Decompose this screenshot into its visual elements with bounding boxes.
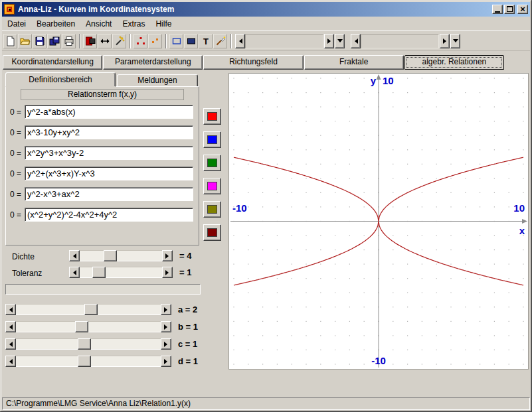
color-button-5[interactable] [203, 201, 221, 218]
dichte-slider[interactable] [69, 250, 173, 261]
toolbar-scroll-left-button[interactable] [351, 34, 361, 48]
color-button-4[interactable] [203, 178, 221, 194]
param-a-slider[interactable] [5, 304, 171, 315]
tab-definitionsbereich[interactable]: Definitionsbereich [5, 72, 116, 87]
color-button-1[interactable] [203, 108, 221, 125]
slider-track[interactable] [80, 250, 162, 261]
slider-thumb[interactable] [92, 267, 106, 278]
toolbar-dropdown-button[interactable] [335, 34, 345, 48]
toleranz-slider[interactable] [69, 267, 173, 278]
arrow-right-icon [165, 270, 171, 275]
new-file-button[interactable] [3, 34, 17, 48]
slider-left-arrow[interactable] [5, 304, 16, 315]
param-b-slider[interactable] [5, 321, 171, 332]
svg-text:T: T [203, 36, 209, 46]
param-c-slider[interactable] [5, 338, 171, 350]
tab-fraktale[interactable]: Fraktale [304, 55, 404, 70]
slider-left-arrow[interactable] [69, 250, 80, 261]
toolbar-dropdown-button[interactable] [450, 34, 460, 48]
color-button-3[interactable] [203, 155, 221, 171]
slider-thumb[interactable] [78, 338, 91, 350]
toolbar-separator [230, 34, 232, 48]
text-tool-icon: T [201, 36, 211, 46]
slider-left-arrow[interactable] [5, 321, 16, 332]
slider-thumb[interactable] [75, 321, 88, 332]
slider-track[interactable] [16, 338, 161, 350]
magic-wand-button[interactable] [112, 34, 126, 48]
slider-track[interactable] [16, 356, 161, 367]
minimize-button[interactable] [492, 5, 503, 14]
relation-prefix: 0 = [10, 128, 21, 137]
slider-left-arrow[interactable] [5, 338, 16, 350]
relation-input-3[interactable] [25, 146, 193, 160]
export-graph-button[interactable] [83, 34, 97, 48]
slider-thumb[interactable] [78, 356, 91, 367]
print-button[interactable] [62, 34, 76, 48]
arrow-right-icon [443, 38, 449, 44]
text-tool-button[interactable]: T [199, 34, 213, 48]
points-orange-button[interactable] [148, 34, 162, 48]
relation-input-4[interactable] [25, 167, 193, 180]
points-red-button[interactable] [133, 34, 147, 48]
param-d-slider[interactable] [5, 356, 171, 367]
relation-input-2[interactable] [25, 125, 193, 139]
slider-right-arrow[interactable] [162, 250, 173, 261]
points-red-icon [135, 36, 146, 46]
slider-track[interactable] [16, 321, 161, 332]
menu-datei[interactable]: Datei [2, 18, 31, 30]
plot-layer [230, 74, 527, 368]
slider-track[interactable] [80, 267, 162, 278]
minimize-icon [495, 11, 500, 13]
slider-left-arrow[interactable] [5, 356, 16, 367]
color-button-2[interactable] [203, 131, 221, 148]
relation-input-6[interactable] [25, 208, 193, 222]
zoom-rect-button[interactable] [169, 34, 183, 48]
y-axis-label: y [371, 75, 377, 86]
slider-thumb[interactable] [104, 250, 117, 261]
toolbar-scroll-left-button[interactable] [235, 34, 245, 48]
slider-right-arrow[interactable] [161, 321, 171, 332]
maximize-icon [507, 6, 513, 12]
menubar: Datei Bearbeiten Ansicht Extras Hilfe [2, 17, 530, 31]
arrow-right-icon [164, 359, 170, 364]
slider-left-arrow[interactable] [69, 267, 80, 278]
brush-tool-button[interactable] [213, 34, 227, 48]
tab-parameterdarstellung[interactable]: Parameterdarstellung [103, 55, 203, 70]
maximize-button[interactable] [504, 5, 515, 14]
tab-koordinatendarstellung[interactable]: Koordinatendarstellung [3, 55, 102, 70]
slider-right-arrow[interactable] [161, 338, 171, 350]
fit-width-button[interactable] [98, 34, 112, 48]
toolbar-scroll-right-button[interactable] [440, 34, 450, 48]
relation-input-5[interactable] [25, 187, 193, 201]
slider-right-arrow[interactable] [161, 304, 171, 315]
param-a-value: a = 2 [178, 305, 197, 314]
menu-bearbeiten[interactable]: Bearbeiten [31, 18, 80, 30]
save-all-button[interactable] [47, 34, 61, 48]
relation-prefix: 0 = [10, 107, 21, 117]
progress-bar [5, 284, 201, 295]
param-b-value: b = 1 [178, 322, 198, 332]
tab-richtungsfeld[interactable]: Richtungsfeld [203, 55, 303, 70]
slider-track[interactable] [16, 304, 161, 315]
close-icon: × [518, 5, 527, 13]
save-file-button[interactable] [33, 34, 46, 48]
close-button[interactable]: × [517, 5, 528, 14]
app-window: Anna-Liz - Kurven im Koordinatensystem ×… [0, 0, 532, 412]
slider-thumb[interactable] [84, 304, 98, 315]
menu-hilfe[interactable]: Hilfe [150, 18, 177, 30]
menu-ansicht[interactable]: Ansicht [80, 18, 117, 30]
toolbar-separator [165, 34, 167, 48]
tab-meldungen[interactable]: Meldungen [117, 74, 198, 87]
coordinate-system: y 10 -10 10 x -10 [229, 74, 528, 369]
menu-extras[interactable]: Extras [117, 18, 150, 30]
open-file-button[interactable] [18, 34, 32, 48]
toolbar-scroll-right-button[interactable] [324, 34, 334, 48]
slider-right-arrow[interactable] [162, 267, 173, 278]
slider-right-arrow[interactable] [161, 356, 171, 367]
fill-rect-button[interactable] [184, 34, 198, 48]
tab-algebr-relationen[interactable]: algebr. Relationen [404, 55, 504, 70]
printer-icon [64, 36, 74, 46]
color-button-6[interactable] [203, 224, 221, 241]
relation-input-1[interactable] [25, 105, 193, 119]
x-min-tick-label: -10 [232, 202, 247, 214]
